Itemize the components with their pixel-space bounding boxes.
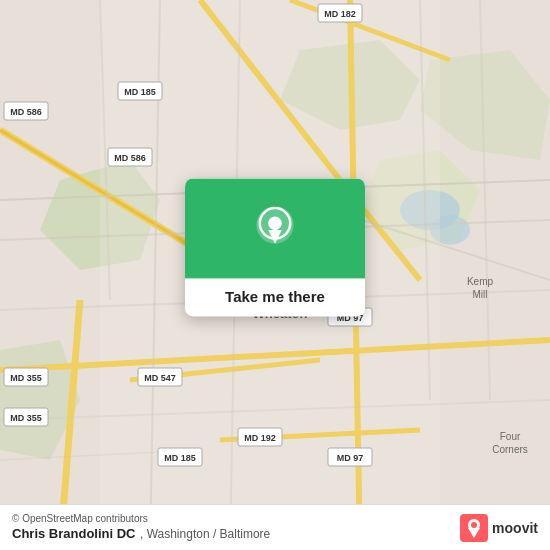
- location-subtitle: , Washington / Baltimore: [140, 527, 270, 541]
- svg-text:MD 586: MD 586: [10, 107, 42, 117]
- svg-text:Four: Four: [500, 431, 521, 442]
- svg-text:MD 547: MD 547: [144, 373, 176, 383]
- svg-text:MD 192: MD 192: [244, 433, 276, 443]
- take-me-there-label: Take me there: [225, 288, 325, 305]
- moovit-label: moovit: [492, 520, 538, 536]
- take-me-there-card[interactable]: Take me there: [185, 178, 365, 316]
- bottom-bar: © OpenStreetMap contributors Chris Brand…: [0, 504, 550, 550]
- location-info: Chris Brandolini DC , Washington / Balti…: [12, 524, 270, 542]
- location-name: Chris Brandolini DC: [12, 526, 136, 541]
- svg-point-59: [268, 217, 282, 231]
- svg-text:MD 586: MD 586: [114, 153, 146, 163]
- svg-text:MD 182: MD 182: [324, 9, 356, 19]
- moovit-brand-icon: [460, 514, 488, 542]
- bottom-info: © OpenStreetMap contributors Chris Brand…: [12, 513, 270, 542]
- svg-text:MD 355: MD 355: [10, 413, 42, 423]
- card-map-section: [185, 178, 365, 278]
- location-pin-icon: [253, 206, 297, 250]
- svg-text:MD 97: MD 97: [337, 453, 364, 463]
- svg-text:Corners: Corners: [492, 444, 528, 455]
- moovit-logo: moovit: [460, 514, 538, 542]
- map-container: MD 586 MD 185 MD 182 MD 586 MD 355 MD 35…: [0, 0, 550, 550]
- svg-text:Mill: Mill: [473, 289, 488, 300]
- svg-text:MD 355: MD 355: [10, 373, 42, 383]
- svg-text:MD 185: MD 185: [124, 87, 156, 97]
- svg-text:Kemp: Kemp: [467, 276, 494, 287]
- card-button-section[interactable]: Take me there: [185, 278, 365, 316]
- osm-credit: © OpenStreetMap contributors: [12, 513, 270, 524]
- svg-point-64: [471, 522, 477, 528]
- svg-text:MD 185: MD 185: [164, 453, 196, 463]
